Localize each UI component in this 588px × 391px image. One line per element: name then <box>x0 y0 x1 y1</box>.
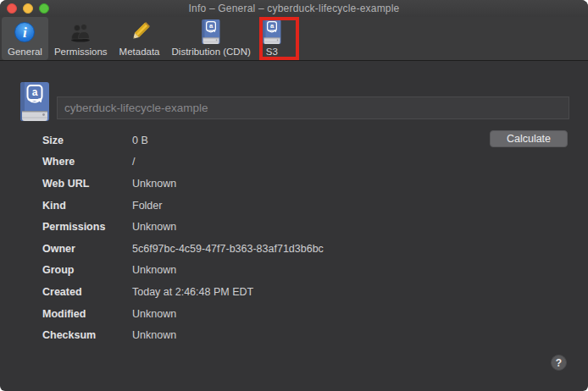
table-row-owner: Owner 5c6f97bc-4c59-47f7-b363-83af71d3b6… <box>0 238 588 260</box>
info-icon: i <box>14 20 35 44</box>
zoom-button[interactable] <box>39 3 49 14</box>
close-button[interactable] <box>7 3 17 14</box>
tab-permissions[interactable]: Permissions <box>48 17 114 60</box>
row-label: Created <box>42 286 132 298</box>
row-value: Unknown <box>132 178 176 190</box>
row-label: Checksum <box>42 329 132 341</box>
row-label: Owner <box>42 243 132 255</box>
row-label: Permissions <box>42 221 132 233</box>
s3-drive-icon <box>202 19 220 44</box>
row-label: Web URL <box>42 178 132 190</box>
tab-label: Metadata <box>119 47 160 57</box>
s3-bucket-icon <box>20 82 49 124</box>
filename-input[interactable] <box>57 96 569 119</box>
row-value: Today at 2:46:48 PM EDT <box>132 286 253 298</box>
tab-label: Permissions <box>54 47 108 57</box>
table-row-checksum: Checksum Unknown <box>0 324 588 346</box>
tab-label: Distribution (CDN) <box>172 47 251 57</box>
row-value: Unknown <box>132 329 176 341</box>
row-label: Size <box>42 135 132 146</box>
table-row-group: Group Unknown <box>0 260 588 282</box>
table-row-modified: Modified Unknown <box>0 303 588 325</box>
info-window: Info – General – cyberduck-lifecycle-exa… <box>0 0 588 391</box>
help-button[interactable]: ? <box>551 355 567 371</box>
table-row-created: Created Today at 2:46:48 PM EDT <box>0 281 588 303</box>
row-label: Modified <box>42 308 132 320</box>
table-row-where: Where / <box>0 151 588 173</box>
table-row-web-url: Web URL Unknown <box>0 173 588 195</box>
row-value: Unknown <box>132 308 176 320</box>
tab-s3[interactable]: S3 <box>257 17 287 60</box>
tab-metadata[interactable]: Metadata <box>114 17 166 60</box>
row-value: Unknown <box>132 221 176 233</box>
window-title: Info – General – cyberduck-lifecycle-exa… <box>189 3 400 14</box>
toolbar: i General Permissions <box>0 17 588 61</box>
s3-drive-icon <box>263 19 281 44</box>
tab-distribution-cdn[interactable]: Distribution (CDN) <box>166 17 257 60</box>
table-row-kind: Kind Folder <box>0 195 588 217</box>
row-label: Where <box>42 156 132 168</box>
tab-label: General <box>8 47 42 57</box>
people-icon <box>68 20 93 44</box>
minimize-button[interactable] <box>23 3 33 14</box>
traffic-lights <box>7 3 49 14</box>
row-value: / <box>132 156 135 168</box>
table-row-permissions: Permissions Unknown <box>0 216 588 238</box>
pencil-icon <box>128 20 152 44</box>
info-table: Size 0 B Where / Web URL Unknown Kind Fo… <box>0 129 588 346</box>
row-label: Group <box>42 264 132 276</box>
row-value: Folder <box>132 200 162 212</box>
row-value: 5c6f97bc-4c59-47f7-b363-83af71d3b6bc <box>132 243 324 255</box>
calculate-button[interactable]: Calculate <box>490 130 568 147</box>
tab-general[interactable]: i General <box>2 17 48 60</box>
tab-label: S3 <box>266 47 278 57</box>
row-value: 0 B <box>132 135 148 146</box>
row-label: Kind <box>42 200 132 212</box>
row-value: Unknown <box>132 264 176 276</box>
title-bar: Info – General – cyberduck-lifecycle-exa… <box>0 0 588 17</box>
